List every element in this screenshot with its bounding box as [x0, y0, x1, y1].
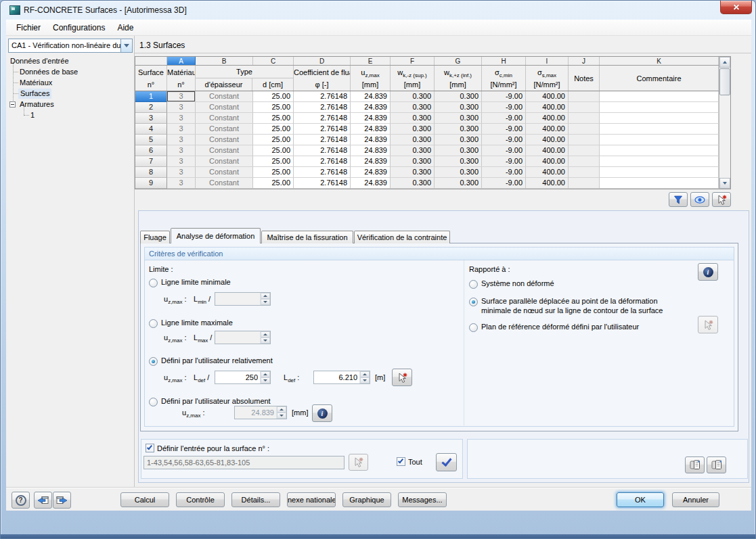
cell-uzmax[interactable]: 24.839 [351, 167, 391, 178]
column-letter-k[interactable]: K [600, 57, 719, 65]
cell-materiau[interactable]: 3 [167, 178, 196, 189]
radio-defini-relativement[interactable] [149, 357, 158, 366]
menu-item-fichier[interactable]: Fichier [10, 21, 47, 34]
cell-commentaire[interactable] [600, 135, 719, 145]
cell-sigma-s-max[interactable]: 400.00 [526, 91, 569, 102]
cell-sigma-c-min[interactable]: -9.00 [482, 167, 526, 178]
pick-in-graphic-button[interactable] [712, 192, 731, 207]
column-letter-h[interactable]: H [482, 57, 526, 65]
surface-list-input[interactable]: 1-43,54,56,58-63,65-81,83-105 [143, 456, 344, 469]
radio-label[interactable]: minimale de nœud sur la ligne de contour… [481, 306, 663, 314]
cell-notes[interactable] [569, 124, 600, 135]
cell-wk-inf[interactable]: 0.300 [435, 156, 482, 167]
uzmax-abs-input[interactable]: 24.839 [234, 406, 287, 419]
cell-type-epaisseur[interactable]: Constant [196, 135, 253, 145]
cell-wk-inf[interactable]: 0.300 [435, 124, 482, 135]
cell-uzmax[interactable]: 24.839 [351, 145, 391, 156]
cell-uzmax[interactable]: 24.839 [351, 102, 391, 113]
radio-surface-parallele[interactable] [469, 298, 478, 306]
cell-d-cm[interactable]: 25.00 [253, 145, 294, 156]
radio-ligne-limite-maximale[interactable] [149, 319, 158, 328]
cell-notes[interactable] [569, 135, 600, 145]
radio-label[interactable]: Défini par l'utilisateur absolument [161, 397, 271, 405]
save-as-default-button[interactable] [685, 456, 705, 473]
cell-wk-sup[interactable]: 0.300 [391, 124, 435, 135]
cell-commentaire[interactable] [600, 156, 719, 167]
cell-materiau[interactable]: 3 [167, 156, 196, 167]
radio-label[interactable]: Défini par l'utilisateur relativement [161, 356, 273, 365]
cell-d-cm[interactable]: 25.00 [253, 91, 294, 102]
cell-phi[interactable]: 2.76148 [294, 113, 351, 124]
cell-sigma-c-min[interactable]: -9.00 [482, 124, 526, 135]
cell-wk-inf[interactable]: 0.300 [435, 113, 482, 124]
column-letter-g[interactable]: G [435, 57, 482, 65]
cell-wk-inf[interactable]: 0.300 [435, 145, 482, 156]
load-default-button[interactable] [707, 456, 726, 473]
row-number-cell[interactable]: 7 [135, 156, 167, 167]
cell-uzmax[interactable]: 24.839 [351, 124, 391, 135]
cell-wk-inf[interactable]: 0.300 [435, 135, 482, 145]
cell-sigma-c-min[interactable]: -9.00 [482, 135, 526, 145]
details-button[interactable]: Détails... [231, 492, 280, 507]
ldef-divisor-input[interactable]: 250 [215, 371, 271, 384]
define-entry-checkbox[interactable] [146, 444, 154, 452]
row-number-cell[interactable]: 5 [135, 135, 167, 145]
filter-button[interactable] [669, 192, 688, 207]
cell-sigma-s-max[interactable]: 400.00 [526, 156, 569, 167]
messages-button[interactable]: Messages... [398, 492, 447, 507]
radio-systeme-non-deforme[interactable] [469, 280, 478, 289]
column-letter-d[interactable]: D [294, 57, 351, 65]
cell-phi[interactable]: 2.76148 [294, 102, 351, 113]
pick-surfaces-list-button[interactable] [349, 454, 368, 471]
cell-materiau[interactable]: 3 [167, 145, 196, 156]
row-number-cell[interactable]: 2 [135, 102, 167, 113]
cell-materiau[interactable]: 3 [167, 167, 196, 178]
spinner-arrows[interactable] [260, 371, 270, 383]
tree-item-donnees-de-base[interactable]: Données de base [20, 67, 78, 77]
cell-phi[interactable]: 2.76148 [294, 145, 351, 156]
visibility-button[interactable] [690, 192, 709, 207]
cancel-button[interactable]: Annuler [672, 492, 719, 507]
cell-phi[interactable]: 2.76148 [294, 156, 351, 167]
cell-uzmax[interactable]: 24.839 [351, 113, 391, 124]
help-button[interactable]: ? [12, 492, 30, 509]
scroll-down-button[interactable] [719, 178, 730, 189]
cell-commentaire[interactable] [600, 167, 719, 178]
controle-button[interactable]: Contrôle [176, 492, 225, 507]
cell-type-epaisseur[interactable]: Constant [196, 178, 253, 189]
cell-sigma-s-max[interactable]: 400.00 [526, 145, 569, 156]
menu-item-aide[interactable]: Aide [111, 21, 139, 34]
cell-sigma-s-max[interactable]: 400.00 [526, 102, 569, 113]
tree-item-surfaces[interactable]: Surfaces [18, 89, 51, 99]
design-case-dropdown[interactable]: CA1 - Vérification non-linéaire du [8, 39, 133, 53]
column-letter-c[interactable]: C [253, 57, 294, 65]
scroll-up-button[interactable] [719, 57, 730, 68]
cell-d-cm[interactable]: 25.00 [253, 113, 294, 124]
column-letter-b[interactable]: B [196, 57, 253, 65]
cell-uzmax[interactable]: 24.839 [351, 135, 391, 145]
cell-d-cm[interactable]: 25.00 [253, 102, 294, 113]
spinner-arrows[interactable] [276, 406, 286, 419]
radio-label[interactable]: Système non déformé [481, 279, 554, 287]
cell-notes[interactable] [569, 102, 600, 113]
row-number-cell[interactable]: 9 [135, 178, 167, 189]
info-button-rapporte[interactable]: i [698, 263, 718, 281]
pick-length-button[interactable] [392, 369, 412, 386]
spinner-arrows[interactable] [359, 371, 370, 383]
cell-wk-sup[interactable]: 0.300 [391, 156, 435, 167]
menu-item-configurations[interactable]: Configurations [47, 21, 111, 34]
cell-phi[interactable]: 2.76148 [294, 167, 351, 178]
cell-d-cm[interactable]: 25.00 [253, 167, 294, 178]
cell-phi[interactable]: 2.76148 [294, 135, 351, 145]
cell-d-cm[interactable]: 25.00 [253, 135, 294, 145]
cell-notes[interactable] [569, 91, 600, 102]
cell-commentaire[interactable] [600, 91, 719, 102]
cell-sigma-s-max[interactable]: 400.00 [526, 167, 569, 178]
tout-label[interactable]: Tout [408, 458, 422, 466]
cell-type-epaisseur[interactable]: Constant [196, 145, 253, 156]
cell-wk-inf[interactable]: 0.300 [435, 102, 482, 113]
cell-wk-sup[interactable]: 0.300 [391, 113, 435, 124]
row-number-cell[interactable]: 1 [135, 91, 167, 102]
cell-d-cm[interactable]: 25.00 [253, 156, 294, 167]
info-button-uzmax[interactable]: i [312, 404, 332, 422]
